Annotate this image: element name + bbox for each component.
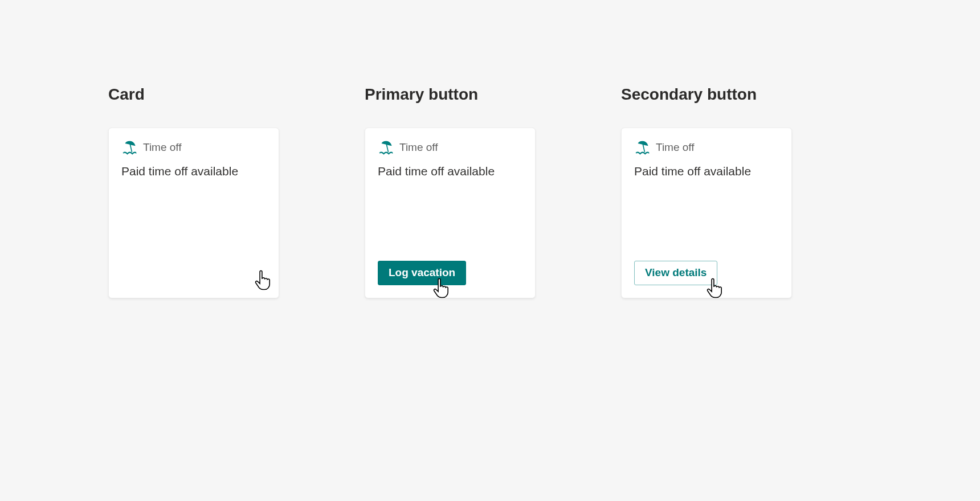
card-header-title: Time off — [143, 141, 182, 154]
time-off-card[interactable]: Time off Paid time off available Log vac… — [365, 128, 536, 298]
view-details-button[interactable]: View details — [634, 261, 717, 285]
section-title: Secondary button — [621, 85, 792, 104]
card-body-text: Paid time off available — [378, 163, 522, 179]
card-header-title: Time off — [399, 141, 438, 154]
card-body-text: Paid time off available — [634, 163, 779, 179]
card-header-title: Time off — [656, 141, 695, 154]
section-title: Primary button — [365, 85, 536, 104]
beach-umbrella-icon — [634, 139, 650, 155]
example-primary-button: Primary button Time off Paid time off av… — [365, 85, 536, 298]
beach-umbrella-icon — [121, 139, 137, 155]
example-secondary-button: Secondary button Time off Paid time off … — [621, 85, 792, 298]
time-off-card[interactable]: Time off Paid time off available View de… — [621, 128, 792, 298]
example-card-only: Card Time off Paid time off available — [108, 85, 279, 298]
beach-umbrella-icon — [378, 139, 394, 155]
section-title: Card — [108, 85, 279, 104]
card-body-text: Paid time off available — [121, 163, 266, 179]
log-vacation-button[interactable]: Log vacation — [378, 261, 466, 285]
time-off-card[interactable]: Time off Paid time off available — [108, 128, 279, 298]
card-header: Time off — [378, 139, 522, 155]
card-header: Time off — [634, 139, 779, 155]
card-header: Time off — [121, 139, 266, 155]
